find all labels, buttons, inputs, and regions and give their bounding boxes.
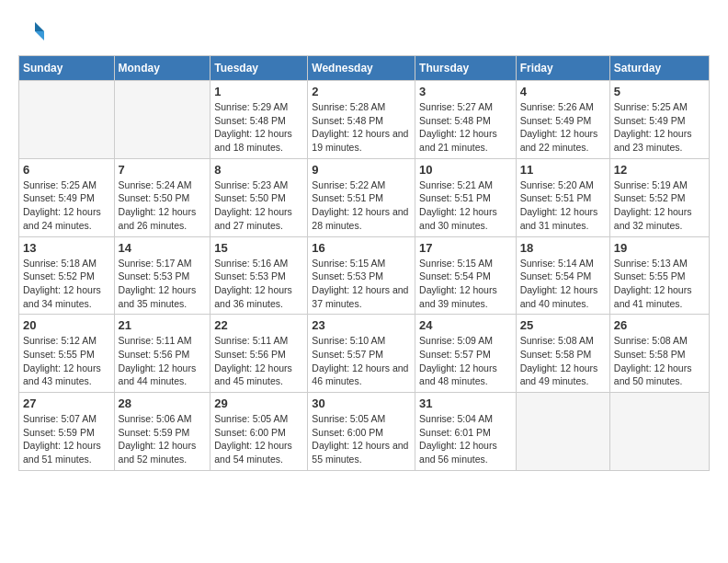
logo	[18, 18, 51, 46]
day-info: Sunrise: 5:08 AM Sunset: 5:58 PM Dayligh…	[614, 334, 705, 388]
day-number: 16	[312, 241, 411, 255]
calendar-cell: 22Sunrise: 5:11 AM Sunset: 5:56 PM Dayli…	[210, 315, 308, 393]
day-number: 13	[23, 241, 110, 255]
calendar-header-row: SundayMondayTuesdayWednesdayThursdayFrid…	[19, 56, 710, 81]
calendar-cell: 26Sunrise: 5:08 AM Sunset: 5:58 PM Dayli…	[609, 315, 709, 393]
day-info: Sunrise: 5:22 AM Sunset: 5:51 PM Dayligh…	[312, 178, 411, 233]
day-number: 3	[419, 85, 512, 98]
day-info: Sunrise: 5:21 AM Sunset: 5:51 PM Dayligh…	[419, 178, 512, 233]
day-info: Sunrise: 5:05 AM Sunset: 6:00 PM Dayligh…	[214, 412, 303, 466]
day-number: 25	[520, 318, 606, 332]
day-info: Sunrise: 5:17 AM Sunset: 5:53 PM Dayligh…	[119, 257, 207, 311]
day-info: Sunrise: 5:09 AM Sunset: 5:57 PM Dayligh…	[419, 334, 512, 388]
day-info: Sunrise: 5:29 AM Sunset: 5:48 PM Dayligh…	[214, 100, 303, 155]
day-number: 27	[23, 396, 110, 410]
day-info: Sunrise: 5:04 AM Sunset: 6:01 PM Dayligh…	[419, 412, 512, 466]
day-info: Sunrise: 5:14 AM Sunset: 5:54 PM Dayligh…	[520, 257, 606, 311]
weekday-header: Friday	[516, 56, 609, 81]
day-number: 8	[214, 163, 303, 177]
day-info: Sunrise: 5:20 AM Sunset: 5:51 PM Dayligh…	[520, 178, 606, 233]
calendar-cell: 16Sunrise: 5:15 AM Sunset: 5:53 PM Dayli…	[308, 236, 415, 315]
calendar-cell: 23Sunrise: 5:10 AM Sunset: 5:57 PM Dayli…	[308, 315, 415, 393]
calendar-cell	[516, 393, 609, 471]
day-info: Sunrise: 5:16 AM Sunset: 5:53 PM Dayligh…	[214, 257, 303, 311]
calendar-week-row: 6Sunrise: 5:25 AM Sunset: 5:49 PM Daylig…	[19, 158, 710, 236]
calendar-cell: 17Sunrise: 5:15 AM Sunset: 5:54 PM Dayli…	[415, 236, 517, 315]
day-number: 6	[23, 163, 110, 177]
calendar-cell: 31Sunrise: 5:04 AM Sunset: 6:01 PM Dayli…	[415, 393, 517, 471]
day-info: Sunrise: 5:27 AM Sunset: 5:48 PM Dayligh…	[419, 100, 512, 155]
day-info: Sunrise: 5:15 AM Sunset: 5:54 PM Dayligh…	[419, 257, 512, 311]
day-info: Sunrise: 5:26 AM Sunset: 5:49 PM Dayligh…	[520, 100, 606, 155]
calendar-cell: 20Sunrise: 5:12 AM Sunset: 5:55 PM Dayli…	[19, 315, 115, 393]
calendar-cell: 14Sunrise: 5:17 AM Sunset: 5:53 PM Dayli…	[114, 236, 210, 315]
day-info: Sunrise: 5:18 AM Sunset: 5:52 PM Dayligh…	[23, 257, 110, 311]
logo-icon	[18, 18, 46, 46]
calendar-cell: 8Sunrise: 5:23 AM Sunset: 5:50 PM Daylig…	[210, 158, 308, 236]
calendar-cell: 11Sunrise: 5:20 AM Sunset: 5:51 PM Dayli…	[516, 158, 609, 236]
day-number: 14	[119, 241, 207, 255]
day-info: Sunrise: 5:24 AM Sunset: 5:50 PM Dayligh…	[119, 178, 207, 233]
page-header	[18, 18, 710, 46]
calendar-table: SundayMondayTuesdayWednesdayThursdayFrid…	[18, 55, 710, 471]
day-info: Sunrise: 5:19 AM Sunset: 5:52 PM Dayligh…	[614, 178, 705, 233]
calendar-cell	[19, 81, 115, 159]
calendar-cell: 3Sunrise: 5:27 AM Sunset: 5:48 PM Daylig…	[415, 81, 517, 159]
day-number: 5	[614, 85, 705, 98]
calendar-cell	[609, 393, 709, 471]
day-number: 29	[214, 396, 303, 410]
weekday-header: Monday	[114, 56, 210, 81]
day-info: Sunrise: 5:23 AM Sunset: 5:50 PM Dayligh…	[214, 178, 303, 233]
day-info: Sunrise: 5:07 AM Sunset: 5:59 PM Dayligh…	[23, 412, 110, 466]
weekday-header: Tuesday	[210, 56, 308, 81]
day-number: 31	[419, 396, 512, 410]
calendar-cell: 2Sunrise: 5:28 AM Sunset: 5:48 PM Daylig…	[308, 81, 415, 159]
calendar-cell: 24Sunrise: 5:09 AM Sunset: 5:57 PM Dayli…	[415, 315, 517, 393]
calendar-cell: 18Sunrise: 5:14 AM Sunset: 5:54 PM Dayli…	[516, 236, 609, 315]
day-number: 22	[214, 318, 303, 332]
svg-marker-0	[35, 22, 44, 31]
calendar-cell: 6Sunrise: 5:25 AM Sunset: 5:49 PM Daylig…	[19, 158, 115, 236]
calendar-week-row: 20Sunrise: 5:12 AM Sunset: 5:55 PM Dayli…	[19, 315, 710, 393]
calendar-body: 1Sunrise: 5:29 AM Sunset: 5:48 PM Daylig…	[19, 81, 710, 471]
day-number: 1	[214, 85, 303, 98]
calendar-cell: 1Sunrise: 5:29 AM Sunset: 5:48 PM Daylig…	[210, 81, 308, 159]
day-info: Sunrise: 5:25 AM Sunset: 5:49 PM Dayligh…	[614, 100, 705, 155]
day-info: Sunrise: 5:10 AM Sunset: 5:57 PM Dayligh…	[312, 334, 411, 388]
weekday-header: Thursday	[415, 56, 517, 81]
calendar-cell: 30Sunrise: 5:05 AM Sunset: 6:00 PM Dayli…	[308, 393, 415, 471]
day-info: Sunrise: 5:08 AM Sunset: 5:58 PM Dayligh…	[520, 334, 606, 388]
calendar-cell: 25Sunrise: 5:08 AM Sunset: 5:58 PM Dayli…	[516, 315, 609, 393]
weekday-header: Saturday	[609, 56, 709, 81]
day-info: Sunrise: 5:15 AM Sunset: 5:53 PM Dayligh…	[312, 257, 411, 311]
calendar-cell: 27Sunrise: 5:07 AM Sunset: 5:59 PM Dayli…	[19, 393, 115, 471]
day-info: Sunrise: 5:25 AM Sunset: 5:49 PM Dayligh…	[23, 178, 110, 233]
calendar-cell: 10Sunrise: 5:21 AM Sunset: 5:51 PM Dayli…	[415, 158, 517, 236]
calendar-cell: 28Sunrise: 5:06 AM Sunset: 5:59 PM Dayli…	[114, 393, 210, 471]
day-number: 2	[312, 85, 411, 98]
calendar-cell: 12Sunrise: 5:19 AM Sunset: 5:52 PM Dayli…	[609, 158, 709, 236]
day-info: Sunrise: 5:11 AM Sunset: 5:56 PM Dayligh…	[119, 334, 207, 388]
calendar-week-row: 27Sunrise: 5:07 AM Sunset: 5:59 PM Dayli…	[19, 393, 710, 471]
day-number: 19	[614, 241, 705, 255]
calendar-cell	[114, 81, 210, 159]
weekday-header: Sunday	[19, 56, 115, 81]
day-number: 17	[419, 241, 512, 255]
day-number: 18	[520, 241, 606, 255]
day-number: 12	[614, 163, 705, 177]
calendar-cell: 21Sunrise: 5:11 AM Sunset: 5:56 PM Dayli…	[114, 315, 210, 393]
day-number: 9	[312, 163, 411, 177]
day-number: 7	[119, 163, 207, 177]
calendar-cell: 7Sunrise: 5:24 AM Sunset: 5:50 PM Daylig…	[114, 158, 210, 236]
svg-marker-1	[35, 31, 44, 40]
calendar-cell: 15Sunrise: 5:16 AM Sunset: 5:53 PM Dayli…	[210, 236, 308, 315]
day-info: Sunrise: 5:11 AM Sunset: 5:56 PM Dayligh…	[214, 334, 303, 388]
calendar-cell: 9Sunrise: 5:22 AM Sunset: 5:51 PM Daylig…	[308, 158, 415, 236]
calendar-cell: 19Sunrise: 5:13 AM Sunset: 5:55 PM Dayli…	[609, 236, 709, 315]
day-number: 11	[520, 163, 606, 177]
day-info: Sunrise: 5:12 AM Sunset: 5:55 PM Dayligh…	[23, 334, 110, 388]
day-number: 15	[214, 241, 303, 255]
day-number: 30	[312, 396, 411, 410]
calendar-cell: 4Sunrise: 5:26 AM Sunset: 5:49 PM Daylig…	[516, 81, 609, 159]
day-number: 26	[614, 318, 705, 332]
